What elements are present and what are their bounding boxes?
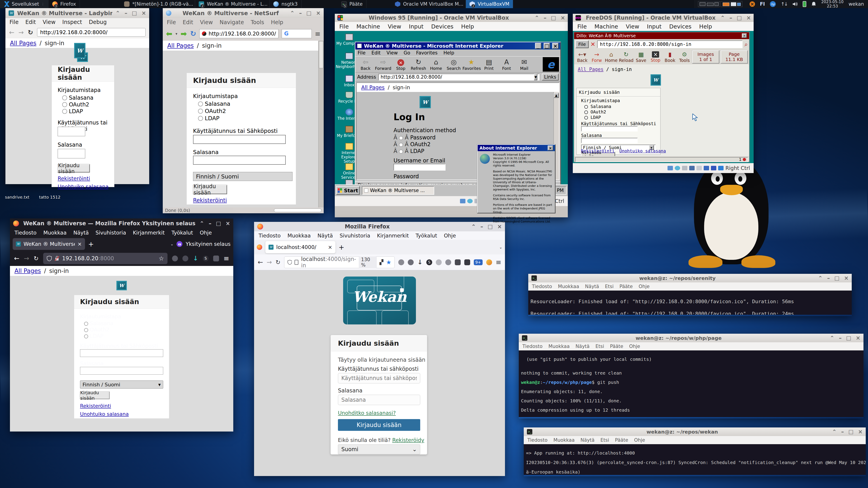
back-icon[interactable]: ← — [258, 258, 263, 266]
menu-machine[interactable]: Machine — [356, 23, 380, 30]
menu-help[interactable]: Help — [271, 19, 283, 26]
menu-tiedosto[interactable]: Tiedosto — [527, 437, 548, 443]
home-button[interactable]: ⌂Home — [604, 51, 618, 63]
menu-help[interactable]: Help — [443, 50, 454, 56]
close-icon[interactable]: × — [225, 220, 230, 227]
forward-icon[interactable]: → — [267, 258, 272, 266]
print-button[interactable]: ▤Print — [480, 58, 498, 71]
desktop-file-label[interactable]: sandrive.txt — [1, 195, 33, 199]
workspace-2[interactable] — [721, 1, 742, 7]
radio-label[interactable]: OAuth2 — [90, 327, 109, 332]
menu-devices[interactable]: Devices — [669, 23, 692, 30]
menu-view[interactable]: View — [386, 50, 398, 56]
reload-icon[interactable]: ↻ — [276, 259, 281, 266]
extension-s-icon[interactable]: S — [203, 256, 209, 261]
radio-password[interactable] — [84, 322, 88, 326]
vbox-titlebar[interactable]: DOS FreeDOS [Running] - Oracle VM Virtua… — [573, 14, 754, 22]
maximize-icon[interactable]: □ — [846, 335, 851, 341]
shield-icon[interactable] — [287, 260, 292, 265]
menu-nayta[interactable]: Näytä — [581, 437, 594, 443]
taskbar-item-nsgtk3[interactable]: nsgtk3 — [270, 0, 301, 8]
search-input[interactable]: G — [282, 29, 312, 38]
menu-etsi[interactable]: Etsi — [605, 284, 614, 289]
extension-lastpass-icon[interactable] — [445, 259, 451, 265]
clock[interactable]: 2023-05-10 22:53 — [821, 0, 844, 8]
menu-edit[interactable]: Edit — [183, 19, 193, 26]
username-input[interactable] — [58, 127, 85, 136]
vbox-titlebar[interactable]: Windows 95 [Running] - Oracle VM Virtual… — [335, 14, 568, 22]
close-icon[interactable]: × — [497, 223, 502, 230]
hp-tray-icon[interactable]: hp — [770, 1, 776, 7]
radio-label[interactable]: OAuth2 — [69, 101, 89, 108]
maximize-icon[interactable]: □ — [216, 220, 221, 227]
password-input[interactable] — [80, 367, 163, 375]
forgot-password-link[interactable]: Unohtuiko salasana — [80, 411, 129, 417]
menu-file[interactable]: File — [167, 19, 176, 26]
iconify-icon[interactable]: – — [299, 10, 302, 16]
radio-label[interactable]: OAuth2 — [205, 108, 226, 114]
back-button[interactable]: ⇦Back — [357, 58, 374, 71]
font-button[interactable]: AFont — [498, 58, 515, 71]
menu-muokkaa[interactable]: Muokkaa — [43, 230, 67, 236]
close-icon[interactable]: × — [844, 275, 848, 281]
iconify-icon[interactable]: – — [544, 15, 546, 21]
menu-input[interactable]: Input — [647, 23, 662, 30]
close-icon[interactable]: × — [142, 10, 146, 16]
home-button[interactable]: ⌂Home — [427, 58, 445, 71]
hamburger-menu-icon[interactable]: ≡ — [223, 254, 229, 262]
radio-password[interactable] — [584, 105, 588, 109]
taskbar-item-firefox[interactable]: Firefox 3 — [49, 0, 80, 8]
menu-nayta[interactable]: Näytä — [576, 344, 590, 349]
radio-label[interactable]: Salasana — [90, 320, 113, 326]
password-input[interactable] — [58, 149, 85, 158]
radio-oauth2[interactable] — [84, 328, 88, 332]
reload-icon[interactable]: ↻ — [28, 29, 33, 36]
url-input[interactable]: http://192.168.0.20:8000/sign-in — [597, 40, 743, 48]
tab-list-chevron-icon[interactable]: ⌄ — [499, 245, 502, 250]
back-icon[interactable]: ⬅ — [166, 29, 173, 38]
forward-icon[interactable]: → — [18, 29, 24, 36]
menu-view[interactable]: View — [43, 19, 56, 25]
radio-label[interactable]: LDAP — [410, 148, 424, 154]
search-button[interactable]: ◎Search — [445, 58, 463, 71]
address-dropdown-icon[interactable]: ▾ — [534, 74, 537, 80]
extension-page-icon[interactable] — [213, 256, 219, 261]
menu-nayta[interactable]: Näytä — [73, 230, 89, 236]
links-button[interactable]: Links — [542, 74, 559, 80]
menu-tyokalut[interactable]: Työkalut — [172, 230, 193, 236]
netsurf-titlebar[interactable]: WeKan ® Multiverse - NetSurf ⌃–□× — [163, 8, 324, 18]
close-icon[interactable]: × — [552, 43, 559, 49]
menu-ohje[interactable]: Ohje — [444, 233, 456, 238]
desktop-file-label[interactable]: tatto 1512 — [36, 195, 63, 199]
workspace-1[interactable] — [698, 1, 720, 7]
extension-robot-icon[interactable] — [398, 259, 404, 265]
extension-ball-icon[interactable] — [436, 259, 442, 265]
forward-icon[interactable]: ➡ — [181, 29, 187, 38]
menu-view[interactable]: View — [626, 23, 639, 30]
breadcrumb-all-pages-link[interactable]: All Pages — [578, 67, 603, 72]
menu-ohje[interactable]: Ohje — [639, 284, 650, 289]
extension-puzzle-icon[interactable] — [455, 259, 461, 265]
url-bar[interactable]: 192.168.0.20:8000 ☆ — [43, 253, 168, 264]
language-select[interactable]: Suomi ⌄ — [338, 445, 420, 454]
forgot-password-link[interactable]: Unohtuiko salasana — [619, 149, 666, 153]
taskbar-item-vbox-manager[interactable]: Oracle VM VirtualBox M... — [391, 0, 466, 8]
taskbar-item-gimp[interactable]: *[Nimetön]-1.0 (RGB-vä... — [121, 0, 195, 8]
radio-label[interactable]: Salasana — [205, 101, 230, 107]
tab-localhost[interactable]: W localhost:4000/ × — [266, 241, 336, 253]
menu-paate[interactable]: Pääte — [615, 437, 628, 443]
language-select[interactable]: Finnish / Suomi▾ — [80, 381, 163, 389]
menu-etsi[interactable]: Etsi — [600, 437, 609, 443]
reload-icon[interactable]: ↻ — [190, 29, 196, 38]
minimize-icon[interactable]: ⌃ — [818, 275, 823, 281]
menu-muokkaa[interactable]: Muokkaa — [553, 437, 575, 443]
radio-oauth2[interactable] — [198, 109, 203, 113]
reader-view-icon[interactable]: ▞ — [379, 259, 383, 265]
radio-label[interactable]: Salasana — [590, 104, 611, 109]
radio-oauth2[interactable] — [399, 143, 403, 147]
menu-input[interactable]: Input — [409, 23, 424, 30]
url-input[interactable]: http://192.168.0.20:8000/ — [37, 28, 146, 37]
maximize-icon[interactable]: □ — [544, 43, 550, 49]
mail-button[interactable]: ✉Mail — [515, 58, 533, 71]
extension-swoosh-icon[interactable] — [486, 259, 492, 265]
